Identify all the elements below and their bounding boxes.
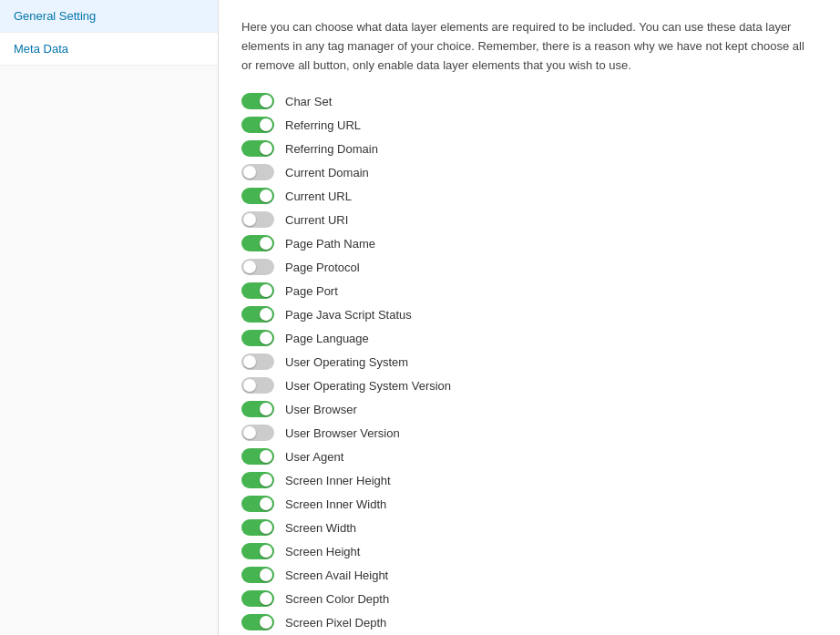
toggle-row-screen-height: Screen Height	[241, 543, 817, 559]
toggle-current-uri[interactable]	[241, 211, 274, 228]
toggle-page-java-script-status[interactable]	[241, 306, 274, 323]
toggle-row-screen-inner-height: Screen Inner Height	[241, 472, 817, 488]
toggle-row-user-operating-system-version: User Operating System Version	[241, 377, 817, 394]
toggle-label-current-uri: Current URI	[285, 213, 348, 227]
toggle-label-referring-domain: Referring Domain	[285, 142, 378, 156]
toggle-label-current-domain: Current Domain	[285, 166, 369, 179]
toggle-row-current-uri: Current URI	[241, 211, 817, 228]
main-content: Here you can choose what data layer elem…	[219, 0, 840, 635]
toggle-screen-height[interactable]	[241, 543, 274, 559]
toggle-label-page-port: Page Port	[285, 284, 338, 298]
toggle-row-current-url: Current URL	[241, 188, 817, 204]
toggle-label-user-browser: User Browser	[285, 403, 357, 416]
toggle-label-user-operating-system-version: User Operating System Version	[285, 379, 451, 393]
toggle-row-user-agent: User Agent	[241, 448, 817, 465]
toggle-label-page-path-name: Page Path Name	[285, 237, 375, 251]
toggle-label-current-url: Current URL	[285, 189, 352, 203]
sidebar: General SettingMeta Data	[0, 0, 219, 635]
toggle-user-agent[interactable]	[241, 448, 274, 465]
toggle-label-user-operating-system: User Operating System	[285, 355, 408, 369]
toggle-row-referring-url: Referring URL	[241, 117, 817, 133]
toggle-row-current-domain: Current Domain	[241, 164, 817, 180]
toggle-row-user-browser: User Browser	[241, 401, 817, 417]
toggle-label-screen-pixel-depth: Screen Pixel Depth	[285, 616, 386, 630]
toggle-user-operating-system[interactable]	[241, 353, 274, 370]
toggle-screen-color-depth[interactable]	[241, 590, 274, 607]
toggle-label-page-language: Page Language	[285, 332, 369, 345]
toggle-referring-url[interactable]	[241, 117, 274, 133]
toggle-row-screen-pixel-depth: Screen Pixel Depth	[241, 614, 817, 630]
toggle-screen-inner-height[interactable]	[241, 472, 274, 488]
toggle-row-screen-avail-height: Screen Avail Height	[241, 567, 817, 583]
toggle-list: Char SetReferring URLReferring DomainCur…	[241, 93, 817, 630]
sidebar-item-general-setting[interactable]: General Setting	[0, 0, 218, 33]
toggle-row-referring-domain: Referring Domain	[241, 140, 817, 157]
toggle-screen-pixel-depth[interactable]	[241, 614, 274, 630]
toggle-label-screen-height: Screen Height	[285, 545, 360, 558]
toggle-page-port[interactable]	[241, 282, 274, 299]
toggle-label-screen-inner-width: Screen Inner Width	[285, 497, 386, 511]
toggle-row-page-port: Page Port	[241, 282, 817, 299]
toggle-row-page-protocol: Page Protocol	[241, 259, 817, 275]
toggle-row-char-set: Char Set	[241, 93, 817, 109]
toggle-label-user-agent: User Agent	[285, 450, 343, 464]
toggle-label-user-browser-version: User Browser Version	[285, 426, 400, 440]
toggle-label-screen-width: Screen Width	[285, 521, 356, 535]
toggle-row-screen-width: Screen Width	[241, 519, 817, 536]
toggle-row-user-operating-system: User Operating System	[241, 353, 817, 370]
toggle-page-language[interactable]	[241, 330, 274, 346]
toggle-label-screen-inner-height: Screen Inner Height	[285, 474, 391, 487]
description-text: Here you can choose what data layer elem…	[241, 18, 817, 75]
toggle-row-page-language: Page Language	[241, 330, 817, 346]
toggle-user-browser[interactable]	[241, 401, 274, 417]
toggle-label-referring-url: Referring URL	[285, 118, 361, 132]
toggle-row-page-path-name: Page Path Name	[241, 235, 817, 251]
toggle-page-protocol[interactable]	[241, 259, 274, 275]
toggle-row-screen-inner-width: Screen Inner Width	[241, 496, 817, 512]
toggle-label-page-protocol: Page Protocol	[285, 261, 360, 274]
toggle-label-screen-avail-height: Screen Avail Height	[285, 568, 388, 582]
toggle-label-char-set: Char Set	[285, 95, 332, 108]
toggle-referring-domain[interactable]	[241, 140, 274, 157]
toggle-screen-avail-height[interactable]	[241, 567, 274, 583]
toggle-row-user-browser-version: User Browser Version	[241, 425, 817, 441]
toggle-current-domain[interactable]	[241, 164, 274, 180]
toggle-label-screen-color-depth: Screen Color Depth	[285, 592, 389, 606]
toggle-row-page-java-script-status: Page Java Script Status	[241, 306, 817, 323]
app-layout: General SettingMeta Data Here you can ch…	[0, 0, 840, 635]
toggle-row-screen-color-depth: Screen Color Depth	[241, 590, 817, 607]
toggle-screen-inner-width[interactable]	[241, 496, 274, 512]
toggle-user-operating-system-version[interactable]	[241, 377, 274, 394]
toggle-label-page-java-script-status: Page Java Script Status	[285, 308, 412, 322]
sidebar-item-meta-data[interactable]: Meta Data	[0, 33, 218, 66]
toggle-current-url[interactable]	[241, 188, 274, 204]
toggle-page-path-name[interactable]	[241, 235, 274, 251]
toggle-user-browser-version[interactable]	[241, 425, 274, 441]
toggle-char-set[interactable]	[241, 93, 274, 109]
toggle-screen-width[interactable]	[241, 519, 274, 536]
